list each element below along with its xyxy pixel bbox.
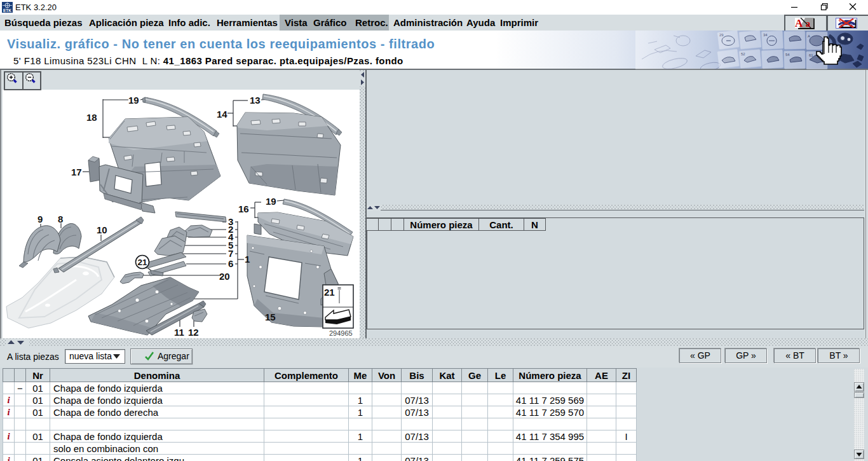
svg-text:13: 13 [250,95,261,106]
svg-text:21: 21 [324,287,335,298]
svg-text:9: 9 [37,214,43,224]
svg-text:21: 21 [137,258,147,267]
svg-text:A: A [795,18,803,29]
svg-text:a: a [806,19,810,29]
svg-text:294965: 294965 [329,329,353,337]
svg-text:7: 7 [228,248,233,259]
svg-text:12: 12 [188,327,199,338]
svg-text:18: 18 [86,112,97,123]
svg-text:11: 11 [174,327,184,338]
svg-text:20: 20 [219,271,230,282]
svg-text:14: 14 [217,109,227,120]
svg-text:15: 15 [265,312,276,322]
svg-text:17: 17 [71,167,82,177]
svg-text:19: 19 [266,196,276,207]
svg-text:16: 16 [238,203,249,214]
svg-text:19: 19 [128,95,139,106]
svg-text:1: 1 [245,254,250,265]
svg-text:10: 10 [97,224,107,235]
svg-text:6: 6 [228,258,233,269]
svg-text:ETK: ETK [3,8,11,13]
svg-text:8: 8 [58,214,63,224]
